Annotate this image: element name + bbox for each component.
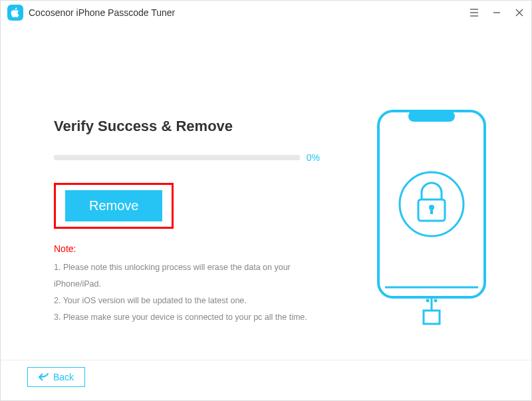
note-item: 2. Your iOS version will be updated to t… bbox=[54, 293, 320, 309]
back-arrow-icon bbox=[39, 372, 49, 382]
window-controls bbox=[469, 7, 525, 18]
svg-rect-6 bbox=[430, 207, 433, 214]
remove-button[interactable]: Remove bbox=[65, 190, 162, 221]
content-left: Verify Success & Remove 0% Remove Note: … bbox=[54, 118, 320, 326]
back-label: Back bbox=[53, 372, 74, 382]
app-logo-icon bbox=[7, 5, 23, 21]
back-button[interactable]: Back bbox=[27, 367, 85, 387]
svg-point-3 bbox=[400, 172, 464, 236]
svg-rect-0 bbox=[378, 111, 485, 297]
close-icon[interactable] bbox=[514, 7, 525, 18]
main-content: Verify Success & Remove 0% Remove Note: … bbox=[1, 25, 531, 360]
phone-lock-icon bbox=[372, 108, 491, 327]
note-title: Note: bbox=[54, 243, 320, 254]
progress-bar bbox=[54, 155, 300, 160]
app-title: Cocosenor iPhone Passcode Tuner bbox=[29, 7, 175, 18]
page-heading: Verify Success & Remove bbox=[54, 118, 320, 135]
note-item: 1. Please note this unlocking process wi… bbox=[54, 259, 320, 293]
menu-icon[interactable] bbox=[469, 7, 479, 18]
footer-divider bbox=[1, 360, 531, 360]
svg-rect-1 bbox=[408, 111, 455, 122]
phone-illustration bbox=[372, 108, 491, 330]
minimize-icon[interactable] bbox=[491, 7, 502, 18]
apple-icon bbox=[10, 7, 21, 18]
notes-list: 1. Please note this unlocking process wi… bbox=[54, 259, 320, 326]
remove-button-highlight: Remove bbox=[54, 183, 174, 229]
svg-point-9 bbox=[434, 299, 438, 303]
progress-row: 0% bbox=[54, 152, 320, 163]
svg-point-8 bbox=[426, 299, 430, 303]
titlebar: Cocosenor iPhone Passcode Tuner bbox=[1, 1, 531, 25]
note-item: 3. Please make sure your device is conne… bbox=[54, 309, 320, 326]
progress-percent: 0% bbox=[307, 152, 320, 163]
